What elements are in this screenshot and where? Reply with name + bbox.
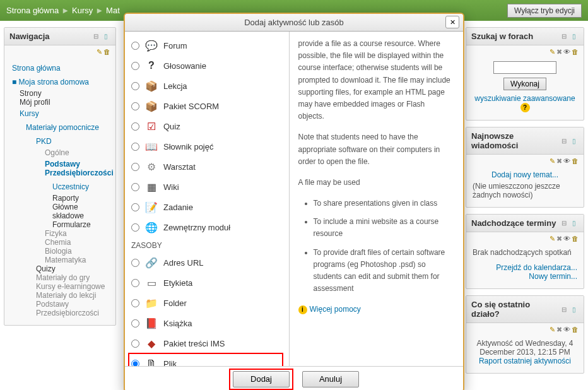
option-radio[interactable] [131,183,139,191]
option-radio[interactable] [131,143,139,151]
dock-icon[interactable]: ▯ [570,219,579,228]
edit-icon[interactable]: ✎ [550,235,555,243]
nav-item[interactable]: Podstawy Przedsiębiorczości [11,157,109,180]
chooser-option-ksiazka[interactable]: 📕Książka [129,313,283,333]
help-bullet: To include a mini website as a course re… [314,216,452,240]
option-label: Zewnętrzny moduł [163,223,230,232]
help-icon[interactable]: ? [520,103,530,112]
cancel-button[interactable]: Anuluj [302,371,359,387]
chooser-option-forum[interactable]: 💬Forum [129,35,283,56]
toggle-edit-button[interactable]: Wyłącz tryb edycji [507,4,582,18]
chooser-option-folder[interactable]: 📁Folder [129,293,283,313]
collapse-icon[interactable]: ⊟ [560,32,568,41]
upcoming-title: Nadchodzące terminy [471,218,560,228]
nav-item[interactable]: Kursy [11,107,109,121]
nav-item[interactable]: Strona główna [11,61,109,75]
option-radio[interactable] [131,163,139,171]
chooser-option-wiki[interactable]: ▦Wiki [129,177,283,197]
option-radio[interactable] [131,102,139,110]
search-input[interactable] [493,61,556,74]
dock-icon[interactable]: ▯ [570,305,579,314]
chooser-option-zewn[interactable]: 🌐Zewnętrzny moduł [129,217,283,237]
option-label: Warsztat [163,162,196,172]
option-radio[interactable] [131,42,139,50]
collapse-icon[interactable]: ⊟ [560,305,568,314]
option-label: Pakiet treści IMS [163,339,225,348]
option-radio[interactable] [131,82,139,90]
chooser-option-etykieta[interactable]: ▭Etykieta [129,273,283,293]
chooser-option-ims[interactable]: ◆Pakiet treści IMS [129,333,283,353]
nav-item: Mój profil [11,98,109,107]
delete-icon[interactable]: ✖ [556,235,562,243]
plik-icon: 🗎 [144,357,158,366]
chooser-option-scorm[interactable]: 📦Pakiet SCORM [129,96,283,116]
config-icon[interactable]: 🗑 [572,326,579,334]
help-p3: A file may be used [298,177,452,189]
option-radio[interactable] [131,122,139,131]
eye-icon[interactable]: 👁 [563,157,570,165]
option-label: Lekcja [163,81,187,91]
edit-icon[interactable]: ✎ [550,48,555,56]
chooser-option-url[interactable]: 🔗Adres URL [129,252,283,273]
chooser-list[interactable]: 💬Forum?Głosowanie📦Lekcja📦Pakiet SCORM☑Qu… [125,32,290,366]
eye-icon[interactable]: 👁 [563,48,570,56]
option-label: Wiki [163,182,179,192]
help-bullet: To provide draft files of certain softwa… [314,247,452,295]
nav-item: Materiały do gry [11,273,109,282]
collapse-icon[interactable]: ⊟ [560,219,568,228]
dock-icon[interactable]: ▯ [102,32,110,41]
new-event-link[interactable]: Nowy termin... [529,272,577,281]
nav-item[interactable]: Uczestnicy [11,180,109,194]
recent-report-link[interactable]: Raport ostatniej aktywności [479,357,571,365]
advanced-search-link[interactable]: wyszukiwanie zaawansowane [474,94,575,103]
nav-item[interactable]: Materiały pomocnicze [11,121,109,134]
go-calendar-link[interactable]: Przejdź do kalendarza... [496,263,577,272]
edit-icon[interactable]: ✎ [550,326,555,334]
option-radio[interactable] [131,340,139,348]
config-icon[interactable]: 🗑 [103,48,110,56]
chooser-option-slownik[interactable]: 📖Słownik pojęć [129,136,283,157]
add-button[interactable]: Dodaj [233,371,290,387]
nav-item[interactable]: PKD [11,134,109,148]
chooser-option-lekcja[interactable]: 📦Lekcja [129,76,283,96]
delete-icon[interactable]: ✖ [556,157,562,165]
chooser-option-zadanie[interactable]: 📝Zadanie [129,197,283,217]
search-button[interactable]: Wykonaj [503,78,546,90]
option-radio[interactable] [131,319,139,328]
chooser-option-quiz[interactable]: ☑Quiz [129,116,283,136]
eye-icon[interactable]: 👁 [563,326,570,334]
option-radio[interactable] [131,203,139,211]
option-radio[interactable] [131,360,139,367]
ims-icon: ◆ [144,336,158,350]
breadcrumb-kursy[interactable]: Kursy [72,6,93,15]
edit-icon[interactable]: ✎ [550,157,555,165]
option-radio[interactable] [131,62,139,70]
chooser-option-glosowanie[interactable]: ?Głosowanie [129,56,283,76]
dock-icon[interactable]: ▯ [570,136,579,145]
config-icon[interactable]: 🗑 [572,235,579,243]
delete-icon[interactable]: ✖ [556,48,562,56]
collapse-icon[interactable]: ⊟ [560,136,568,145]
option-radio[interactable] [131,299,139,307]
collapse-icon[interactable]: ⊟ [91,32,100,41]
chooser-option-warsztat[interactable]: ⚙Warsztat [129,157,283,177]
delete-icon[interactable]: ✖ [556,326,562,334]
option-label: Adres URL [163,258,204,268]
option-radio[interactable] [131,223,139,232]
option-radio[interactable] [131,279,139,287]
breadcrumb-home[interactable]: Strona główna [6,6,59,15]
eye-icon[interactable]: 👁 [563,235,570,243]
help-p2: Note that students need to have the appr… [298,131,452,168]
config-icon[interactable]: 🗑 [572,48,579,56]
chooser-option-plik[interactable]: 🗎Plik [129,353,283,366]
dock-icon[interactable]: ▯ [570,32,579,41]
navigation-title: Nawigacja [9,32,91,41]
add-topic-link[interactable]: Dodaj nowy temat... [473,170,577,179]
breadcrumb-sep: ► [61,6,69,15]
nav-item[interactable]: ■ Moja strona domowa [11,75,109,89]
option-radio[interactable] [131,259,139,267]
close-icon[interactable]: ✕ [445,16,459,28]
edit-icon[interactable]: ✎ [97,48,102,56]
config-icon[interactable]: 🗑 [572,157,579,165]
more-help-link[interactable]: Więcej pomocy [310,305,361,314]
